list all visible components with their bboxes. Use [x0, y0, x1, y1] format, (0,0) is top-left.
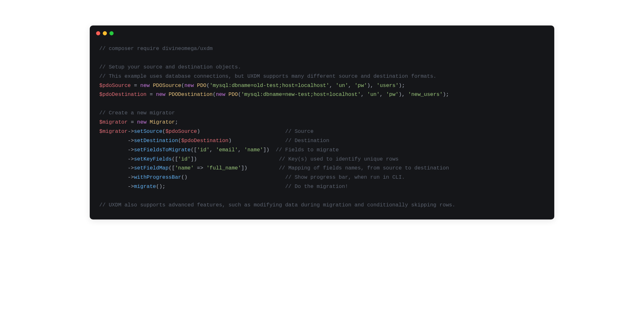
code-token-variable: $pdoDestination — [99, 91, 147, 97]
code-token-variable: $migrator — [99, 119, 128, 125]
code-token-punct: , — [380, 91, 386, 97]
code-token-operator: = — [134, 83, 137, 89]
code-token-operator: -> — [128, 138, 134, 144]
code-token-comment: // This example uses database connection… — [99, 73, 436, 79]
code-token-comment: // Setup your source and destination obj… — [99, 64, 241, 70]
code-token-punct: ) — [228, 138, 285, 144]
code-token-string: 'new_users' — [408, 91, 443, 97]
code-token-class-name: PDODestination — [169, 91, 213, 97]
code-token-comment: // UXDM also supports advanced features,… — [99, 202, 455, 208]
code-token-keyword: new — [184, 83, 194, 89]
code-token-string: 'mysql:dbname=old-test;host=localhost' — [210, 83, 329, 89]
code-token-punct: ]) — [191, 156, 279, 162]
code-token-punct — [99, 147, 128, 153]
code-token-punct: ; — [175, 119, 178, 125]
code-token-string: 'name' — [244, 147, 263, 153]
code-token-punct — [128, 119, 131, 125]
code-token-variable: $pdoSource — [99, 83, 131, 89]
code-token-punct — [99, 156, 128, 162]
code-token-comment: // Create a new migrator — [99, 110, 175, 116]
code-token-punct — [137, 83, 140, 89]
code-token-punct: , — [348, 83, 354, 89]
code-token-punct — [147, 119, 150, 125]
code-token-class-name: PDO — [197, 83, 206, 89]
code-token-string: 'users' — [376, 83, 398, 89]
code-token-operator: -> — [128, 165, 134, 171]
code-token-punct — [147, 91, 150, 97]
code-token-punct — [134, 119, 137, 125]
code-token-operator: -> — [128, 174, 134, 180]
code-token-function: setKeyFields — [134, 156, 172, 162]
code-token-keyword: new — [140, 83, 150, 89]
code-token-punct: , — [210, 147, 216, 153]
code-token-punct — [203, 165, 206, 171]
code-token-operator: -> — [128, 156, 134, 162]
code-token-variable: $pdoDestination — [181, 138, 228, 144]
code-token-punct: , — [361, 91, 367, 97]
code-token-punct: ( — [181, 83, 185, 89]
code-token-keyword: new — [137, 119, 147, 125]
code-token-class-name: Migrator — [150, 119, 175, 125]
code-token-comment: // Fields to migrate — [276, 147, 339, 153]
code-token-function: setSource — [134, 128, 162, 134]
code-token-string: 'pw' — [354, 83, 367, 89]
code-token-punct — [225, 91, 228, 97]
code-token-string: 'full_name' — [206, 165, 241, 171]
code-token-punct: ), — [367, 83, 377, 89]
code-token-punct: , — [329, 83, 336, 89]
code-token-punct: ]) — [263, 147, 276, 153]
code-token-punct: ]) — [241, 165, 279, 171]
code-token-punct — [99, 174, 128, 180]
code-token-variable: $migrator — [99, 128, 128, 134]
code-token-string: 'un' — [367, 91, 380, 97]
code-token-comment: // Key(s) used to identify unique rows — [279, 156, 398, 162]
code-token-comment: // Show progress bar, when run in CLI. — [285, 174, 405, 180]
code-token-punct — [194, 165, 197, 171]
code-block[interactable]: // composer require divineomega/uxdm // … — [90, 38, 554, 219]
code-token-punct — [131, 83, 134, 89]
code-token-punct — [150, 83, 153, 89]
window-close-icon[interactable] — [96, 31, 100, 35]
code-token-string: 'id' — [197, 147, 210, 153]
code-token-operator: -> — [128, 183, 134, 190]
code-token-function: withProgressBar — [134, 174, 181, 180]
code-token-function: setFieldsToMigrate — [134, 147, 191, 153]
code-token-operator: = — [150, 91, 153, 97]
code-token-punct: , — [238, 147, 244, 153]
code-token-operator: = — [131, 119, 134, 125]
code-token-string: 'un' — [336, 83, 348, 89]
code-token-comment: // Source — [285, 128, 313, 134]
code-token-punct: () — [181, 174, 285, 180]
code-token-punct: ( — [213, 91, 216, 97]
window-maximize-icon[interactable] — [109, 31, 114, 35]
code-token-comment: // composer require divineomega/uxdm — [99, 46, 213, 52]
code-token-punct: ([ — [169, 165, 175, 171]
code-token-punct: ([ — [172, 156, 178, 162]
code-token-punct: (); — [156, 183, 285, 190]
code-token-punct: ( — [178, 138, 181, 144]
code-token-class-name: PDOSource — [153, 83, 181, 89]
code-token-comment: // Mapping of fields names, from source … — [279, 165, 449, 171]
code-token-function: setDestination — [134, 138, 178, 144]
code-token-keyword: new — [156, 91, 165, 97]
code-token-operator: -> — [128, 128, 134, 134]
window-minimize-icon[interactable] — [103, 31, 107, 35]
code-token-string: 'mysql:dbname=new-test;host=localhost' — [241, 91, 361, 97]
code-token-string: 'email' — [216, 147, 238, 153]
code-token-punct: ( — [238, 91, 241, 97]
code-window: // composer require divineomega/uxdm // … — [90, 25, 554, 219]
code-token-punct: ( — [206, 83, 210, 89]
code-token-comment: // Do the migration! — [285, 183, 348, 190]
code-token-function: migrate — [134, 183, 156, 190]
code-token-string: 'pw' — [386, 91, 399, 97]
code-token-punct — [99, 183, 128, 190]
code-token-function: setFieldMap — [134, 165, 169, 171]
code-token-string: 'name' — [175, 165, 194, 171]
code-token-punct: ( — [162, 128, 165, 134]
window-controls — [90, 25, 554, 38]
code-token-punct: ); — [443, 91, 449, 97]
code-token-punct — [165, 91, 169, 97]
code-token-string: 'id' — [178, 156, 191, 162]
code-token-punct — [99, 165, 128, 171]
code-token-punct — [99, 138, 128, 144]
